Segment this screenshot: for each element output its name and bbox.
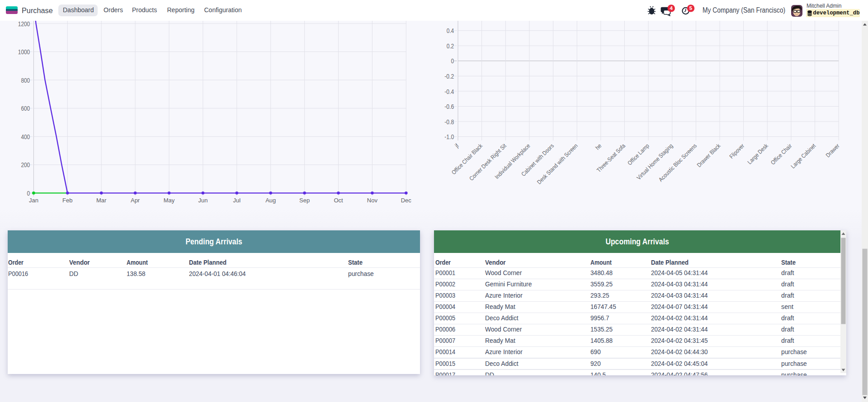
svg-text:Dec: Dec (401, 197, 412, 204)
svg-text:Drawer: Drawer (824, 142, 841, 159)
svg-text:0: 0 (451, 57, 454, 65)
svg-text:Nov: Nov (367, 197, 378, 204)
svg-text:May: May (164, 197, 175, 204)
svg-text:600: 600 (21, 105, 30, 112)
svg-text:-0.8: -0.8 (444, 118, 454, 126)
svg-text:Jan: Jan (29, 197, 38, 204)
svg-text:Drawer Black: Drawer Black (695, 142, 722, 169)
svg-text:Large Cabinet: Large Cabinet (789, 142, 817, 170)
svg-text:Apr: Apr (131, 197, 140, 204)
svg-text:-0.4: -0.4 (444, 88, 454, 95)
svg-text:1000: 1000 (18, 48, 30, 56)
svg-text:he: he (594, 142, 603, 151)
svg-text:0.4: 0.4 (447, 27, 454, 34)
svg-text:Flipover: Flipover (728, 142, 745, 160)
svg-text:Jul: Jul (233, 197, 241, 204)
svg-text:200: 200 (21, 161, 30, 168)
svg-text:Feb: Feb (62, 197, 72, 204)
svg-text:0: 0 (27, 190, 30, 197)
svg-text:-1.0: -1.0 (444, 133, 454, 140)
svg-text:Oct: Oct (334, 197, 343, 204)
svg-text:400: 400 (21, 133, 30, 140)
svg-text:Aug: Aug (265, 197, 276, 204)
svg-text:-0.6: -0.6 (444, 103, 454, 110)
svg-text:Sep: Sep (299, 197, 310, 204)
svg-text:800: 800 (21, 77, 30, 84)
svg-text:Mar: Mar (96, 197, 107, 204)
svg-text:1200: 1200 (18, 21, 30, 28)
svg-text:Office Chair: Office Chair (769, 142, 793, 166)
svg-text:Office Lamp: Office Lamp (626, 142, 651, 167)
svg-text:Desk Stand with Screen: Desk Stand with Screen (536, 142, 579, 186)
svg-text:Jun: Jun (198, 197, 208, 204)
svg-text:Large Desk: Large Desk (746, 142, 769, 166)
svg-text:5: 5 (689, 5, 693, 11)
svg-text:jf: jf (453, 142, 460, 149)
svg-text:0.2: 0.2 (447, 42, 454, 50)
svg-text:4: 4 (670, 5, 673, 11)
svg-text:-0.2: -0.2 (444, 73, 454, 80)
